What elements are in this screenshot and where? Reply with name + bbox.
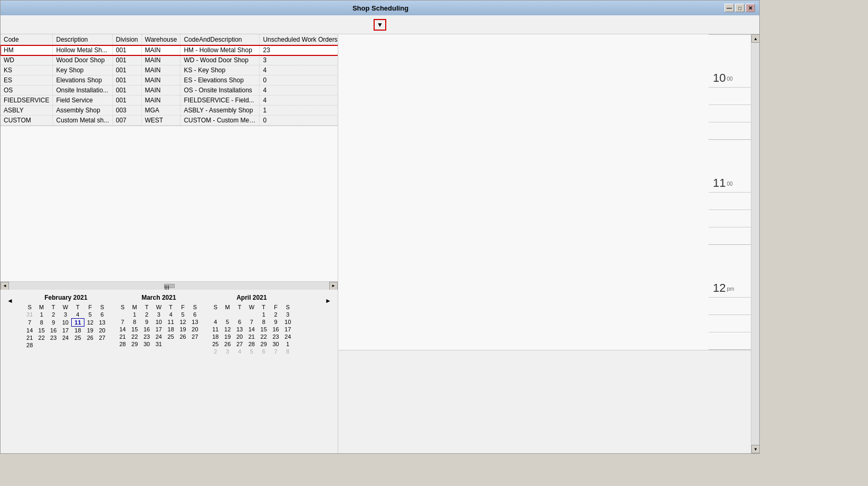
- calendar-day[interactable]: 23: [270, 333, 282, 340]
- calendar-day[interactable]: 16: [270, 326, 282, 333]
- calendar-day[interactable]: 3: [222, 348, 234, 355]
- calendar-day[interactable]: 26: [84, 334, 96, 341]
- calendar-day[interactable]: 27: [189, 333, 201, 340]
- calendar-day[interactable]: 3: [152, 311, 165, 318]
- table-row[interactable]: WDWood Door Shop001MAINWD - Wood Door Sh…: [1, 55, 338, 65]
- calendar-prev-nav[interactable]: ◄: [5, 294, 15, 449]
- calendar-day[interactable]: 15: [257, 326, 270, 333]
- calendar-day[interactable]: 25: [72, 334, 84, 341]
- calendar-day[interactable]: 8: [129, 318, 141, 326]
- calendar-day[interactable]: 12: [84, 319, 96, 327]
- calendar-day[interactable]: 21: [245, 333, 257, 340]
- right-scrollbar[interactable]: ▲ ▼: [751, 34, 759, 453]
- calendar-day[interactable]: 6: [257, 348, 270, 355]
- calendar-day[interactable]: 27: [234, 340, 246, 348]
- calendar-day[interactable]: 6: [96, 311, 108, 319]
- calendar-day[interactable]: 8: [257, 318, 270, 326]
- calendar-day[interactable]: 15: [129, 326, 141, 333]
- calendar-day[interactable]: 1: [282, 340, 294, 348]
- h-scroll-track[interactable]: |||: [9, 282, 329, 290]
- calendar-day[interactable]: 7: [245, 318, 257, 326]
- calendar-day[interactable]: 18: [165, 326, 177, 333]
- calendar-day[interactable]: 4: [209, 318, 222, 326]
- close-button[interactable]: ✕: [746, 4, 755, 12]
- calendar-day[interactable]: 4: [72, 311, 84, 319]
- calendar-day[interactable]: 30: [141, 340, 153, 348]
- calendar-day[interactable]: 15: [35, 327, 47, 335]
- scroll-right-button[interactable]: ►: [329, 282, 338, 290]
- calendar-day[interactable]: 6: [234, 318, 246, 326]
- calendar-day[interactable]: 30: [270, 340, 282, 348]
- calendar-day[interactable]: 20: [189, 326, 201, 333]
- prev-month-button[interactable]: ◄: [5, 296, 15, 306]
- calendar-day[interactable]: 19: [222, 333, 234, 340]
- calendar-day[interactable]: 3: [59, 311, 71, 319]
- calendar-day[interactable]: 18: [72, 327, 84, 335]
- calendar-day[interactable]: 25: [209, 340, 222, 348]
- calendar-day[interactable]: 24: [59, 334, 71, 341]
- calendar-day[interactable]: 23: [141, 333, 153, 340]
- calendar-day[interactable]: 16: [141, 326, 153, 333]
- scroll-left-button[interactable]: ◄: [1, 282, 9, 290]
- calendar-day[interactable]: 29: [257, 340, 270, 348]
- calendar-day[interactable]: 13: [96, 319, 108, 327]
- calendar-day[interactable]: 9: [47, 319, 60, 327]
- calendar-day[interactable]: 23: [47, 334, 60, 341]
- calendar-day[interactable]: 10: [152, 318, 165, 326]
- calendar-day[interactable]: 5: [245, 348, 257, 355]
- calendar-day[interactable]: 22: [35, 334, 47, 341]
- table-row[interactable]: ASBLYAssembly Shop003MGAASBLY - Assembly…: [1, 106, 338, 116]
- calendar-day[interactable]: 24: [282, 333, 294, 340]
- calendar-day[interactable]: 26: [222, 340, 234, 348]
- calendar-day[interactable]: 20: [96, 327, 108, 335]
- table-row[interactable]: HMHollow Metal Sh...001MAINHM - Hollow M…: [1, 45, 338, 55]
- calendar-day[interactable]: 22: [257, 333, 270, 340]
- calendar-day[interactable]: 13: [234, 326, 246, 333]
- calendar-day[interactable]: 11: [72, 319, 84, 327]
- calendar-day[interactable]: 5: [222, 318, 234, 326]
- calendar-day[interactable]: 2: [270, 311, 282, 318]
- calendar-day[interactable]: 9: [270, 318, 282, 326]
- calendar-day[interactable]: 14: [245, 326, 257, 333]
- calendar-day[interactable]: 10: [59, 319, 71, 327]
- calendar-day[interactable]: 22: [129, 333, 141, 340]
- calendar-day[interactable]: 18: [209, 333, 222, 340]
- calendar-day[interactable]: 2: [47, 311, 60, 319]
- calendar-day[interactable]: 16: [47, 327, 60, 335]
- dropdown-button[interactable]: ▼: [374, 19, 386, 31]
- calendar-day[interactable]: 7: [270, 348, 282, 355]
- calendar-day[interactable]: 3: [282, 311, 294, 318]
- calendar-day[interactable]: 10: [282, 318, 294, 326]
- calendar-day[interactable]: 8: [282, 348, 294, 355]
- calendar-day[interactable]: 2: [141, 311, 153, 318]
- calendar-day[interactable]: 14: [24, 327, 36, 335]
- calendar-day[interactable]: 4: [234, 348, 246, 355]
- calendar-day[interactable]: 11: [165, 318, 177, 326]
- calendar-day[interactable]: 9: [141, 318, 153, 326]
- right-scroll-down[interactable]: ▼: [751, 445, 759, 453]
- table-row[interactable]: KSKey Shop001MAINKS - Key Shop4: [1, 65, 338, 75]
- calendar-day[interactable]: 19: [84, 327, 96, 335]
- table-row[interactable]: FIELDSERVICEField Service001MAINFIELDSER…: [1, 96, 338, 106]
- calendar-day[interactable]: 5: [84, 311, 96, 319]
- calendar-day[interactable]: 24: [152, 333, 165, 340]
- table-row[interactable]: ESElevations Shop001MAINES - Elevations …: [1, 75, 338, 85]
- calendar-day[interactable]: 1: [35, 311, 47, 319]
- calendar-day[interactable]: 26: [177, 333, 189, 340]
- calendar-day[interactable]: 31: [24, 311, 36, 319]
- next-month-button[interactable]: ►: [323, 296, 333, 306]
- calendar-next-nav[interactable]: ►: [323, 294, 333, 449]
- calendar-day[interactable]: 11: [209, 326, 222, 333]
- calendar-day[interactable]: 1: [129, 311, 141, 318]
- calendar-day[interactable]: 25: [165, 333, 177, 340]
- calendar-day[interactable]: 7: [24, 319, 36, 327]
- calendar-day[interactable]: 20: [234, 333, 246, 340]
- right-scroll-up[interactable]: ▲: [751, 34, 759, 43]
- calendar-day[interactable]: 28: [24, 341, 36, 349]
- calendar-day[interactable]: 14: [117, 326, 129, 333]
- calendar-day[interactable]: 5: [177, 311, 189, 318]
- calendar-day[interactable]: 12: [177, 318, 189, 326]
- right-scroll-track[interactable]: [751, 43, 759, 445]
- calendar-day[interactable]: 31: [152, 340, 165, 348]
- calendar-day[interactable]: 17: [282, 326, 294, 333]
